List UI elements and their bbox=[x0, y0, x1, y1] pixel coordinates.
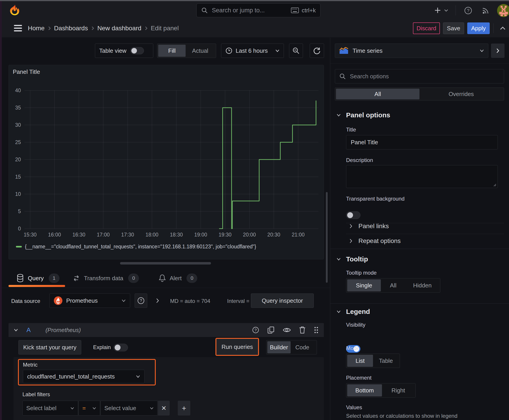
tooltip-header[interactable]: Tooltip bbox=[336, 255, 368, 263]
metric-select[interactable]: cloudflared_tunnel_total_requests bbox=[23, 370, 144, 383]
help-button[interactable]: ? bbox=[462, 4, 474, 17]
mega-menu-button[interactable] bbox=[12, 23, 24, 34]
active-tab-underline bbox=[8, 285, 65, 287]
duplicate-query-icon[interactable] bbox=[267, 326, 275, 334]
main-scrollbar[interactable] bbox=[326, 192, 328, 283]
toggle-options-pane-button[interactable] bbox=[491, 44, 504, 58]
panel-links-section[interactable]: Panel links bbox=[349, 222, 389, 231]
breadcrumb-new-dashboard[interactable]: New dashboard bbox=[97, 25, 141, 32]
description-textarea[interactable] bbox=[349, 168, 494, 187]
breadcrumb-bar: Home Dashboards New dashboard Edit panel… bbox=[2, 19, 509, 38]
query-datasource-hint: (Prometheus) bbox=[46, 327, 81, 334]
legend-placement-bottom[interactable]: Bottom bbox=[347, 384, 382, 397]
tooltip-mode-single[interactable]: Single bbox=[347, 279, 381, 292]
user-avatar[interactable] bbox=[496, 3, 509, 18]
svg-text:35: 35 bbox=[15, 105, 21, 111]
section-divider bbox=[330, 249, 509, 249]
news-button[interactable] bbox=[479, 4, 492, 17]
timeseries-chart[interactable]: 051015202530354015:3016:0016:3017:0017:3… bbox=[9, 65, 324, 242]
legend-values-label: Values bbox=[346, 404, 362, 411]
delete-query-icon[interactable] bbox=[299, 326, 306, 334]
metric-label: Metric bbox=[23, 362, 38, 368]
actual-option[interactable]: Actual bbox=[186, 45, 215, 57]
breadcrumb-dashboards[interactable]: Dashboards bbox=[54, 25, 88, 32]
tab-all[interactable]: All bbox=[336, 89, 419, 99]
tooltip-title: Tooltip bbox=[346, 255, 368, 263]
chevron-right-icon bbox=[349, 238, 353, 244]
select-label-dropdown[interactable]: Select label bbox=[23, 401, 78, 415]
transparent-background-toggle[interactable] bbox=[346, 211, 360, 219]
kick-start-query-button[interactable]: Kick start your query bbox=[18, 340, 81, 354]
new-menu-button[interactable] bbox=[434, 6, 449, 15]
transparent-background-label: Transparent background bbox=[346, 196, 405, 202]
svg-text:0: 0 bbox=[18, 226, 21, 232]
datasource-help-button[interactable]: ? bbox=[135, 293, 147, 308]
breadcrumb-home[interactable]: Home bbox=[28, 25, 45, 32]
chevron-right-icon bbox=[156, 298, 159, 304]
legend-mode-table[interactable]: Table bbox=[373, 355, 399, 367]
query-help-icon[interactable]: ? bbox=[251, 326, 260, 334]
legend-placement-right[interactable]: Right bbox=[382, 384, 415, 397]
chevron-down-icon bbox=[336, 257, 341, 261]
explain-toggle[interactable] bbox=[114, 344, 128, 351]
search-options-input[interactable] bbox=[349, 73, 500, 80]
select-value-dropdown[interactable]: Select value bbox=[100, 401, 158, 415]
table-view-label: Table view bbox=[99, 47, 126, 54]
tooltip-mode-hidden[interactable]: Hidden bbox=[406, 279, 439, 292]
discard-button[interactable]: Discard bbox=[413, 22, 440, 34]
zoom-out-button[interactable] bbox=[289, 44, 303, 58]
builder-option[interactable]: Builder bbox=[267, 341, 291, 353]
search-input[interactable] bbox=[211, 7, 289, 14]
tab-alert[interactable]: Alert 0 bbox=[159, 271, 197, 285]
svg-text:10: 10 bbox=[15, 191, 21, 197]
tab-transform-data[interactable]: Transform data 0 bbox=[72, 271, 139, 285]
resize-grip-icon[interactable] bbox=[493, 183, 497, 187]
legend-values-hint: Select values or calculations to show in… bbox=[346, 413, 457, 419]
run-queries-button[interactable]: Run queries bbox=[216, 339, 258, 355]
tooltip-mode-label: Tooltip mode bbox=[346, 270, 377, 276]
collapse-panel-button[interactable] bbox=[497, 23, 508, 33]
chevron-down-icon bbox=[122, 299, 126, 302]
legend-series-swatch[interactable] bbox=[16, 246, 22, 248]
chevron-down-icon[interactable] bbox=[14, 328, 18, 332]
panel-options-header[interactable]: Panel options bbox=[336, 111, 390, 119]
refresh-button[interactable] bbox=[310, 44, 324, 58]
svg-text:17:00: 17:00 bbox=[97, 232, 110, 238]
fill-actual-switch: Fill Actual bbox=[157, 44, 216, 58]
apply-button[interactable]: Apply bbox=[467, 22, 490, 34]
panel-title-field[interactable] bbox=[346, 135, 498, 150]
description-field[interactable] bbox=[346, 165, 498, 188]
svg-text:20:00: 20:00 bbox=[243, 232, 256, 238]
operator-dropdown[interactable]: = bbox=[79, 401, 100, 415]
grafana-logo-icon[interactable] bbox=[9, 4, 21, 17]
fill-option[interactable]: Fill bbox=[158, 45, 186, 57]
repeat-options-section[interactable]: Repeat options bbox=[349, 236, 401, 246]
tab-overrides[interactable]: Overrides bbox=[419, 89, 503, 99]
legend-series-label[interactable]: {__name__="cloudflared_tunnel_total_requ… bbox=[25, 244, 256, 250]
remove-filter-button[interactable]: ✕ bbox=[158, 401, 170, 415]
panel-resize-handle[interactable] bbox=[120, 262, 211, 264]
legend-mode-list[interactable]: List bbox=[347, 355, 373, 367]
global-search-box[interactable]: ctrl+k bbox=[196, 3, 320, 17]
svg-text:16:30: 16:30 bbox=[73, 232, 85, 238]
query-options-expander[interactable] bbox=[153, 296, 162, 305]
table-view-toggle[interactable] bbox=[130, 47, 144, 54]
tab-query[interactable]: Query 1 bbox=[16, 271, 60, 285]
tooltip-mode-all[interactable]: All bbox=[381, 279, 406, 292]
drag-handle-icon[interactable] bbox=[313, 326, 319, 334]
top-nav-bar: ctrl+k ? bbox=[2, 1, 509, 19]
search-icon bbox=[201, 7, 208, 14]
datasource-picker[interactable]: Prometheus bbox=[49, 293, 130, 308]
panel-title-input[interactable] bbox=[350, 139, 494, 146]
query-row-header[interactable]: A (Prometheus) ? bbox=[8, 323, 324, 337]
query-inspector-button[interactable]: Query inspector bbox=[251, 293, 314, 308]
code-option[interactable]: Code bbox=[291, 341, 314, 353]
hide-query-icon[interactable] bbox=[282, 327, 291, 333]
search-options-box[interactable] bbox=[335, 69, 504, 83]
add-filter-button[interactable]: + bbox=[178, 401, 190, 415]
legend-header[interactable]: Legend bbox=[336, 308, 370, 315]
query-ref-id[interactable]: A bbox=[26, 326, 31, 334]
time-range-picker[interactable]: Last 6 hours bbox=[221, 44, 284, 58]
visualization-picker[interactable]: Time series bbox=[335, 44, 488, 58]
save-button[interactable]: Save bbox=[443, 22, 464, 34]
